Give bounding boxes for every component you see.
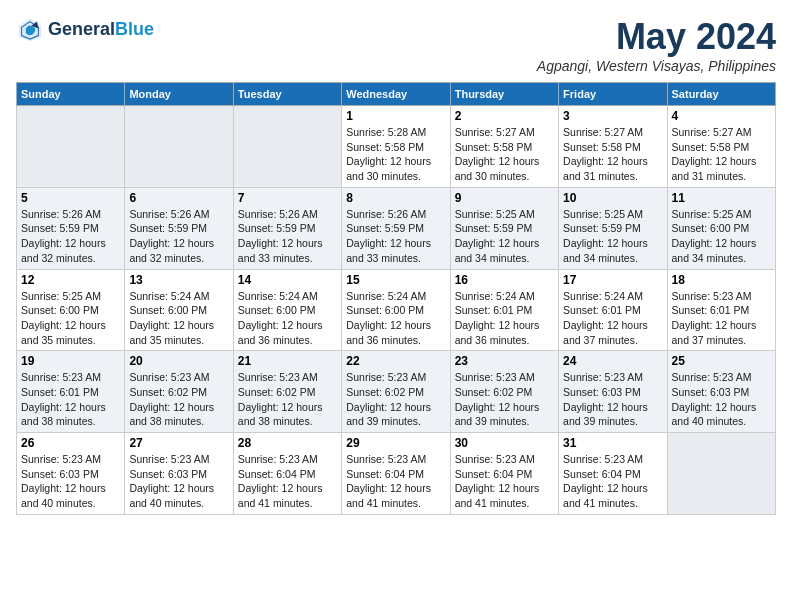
day-number: 3 [563, 109, 662, 123]
day-number: 25 [672, 354, 771, 368]
day-number: 16 [455, 273, 554, 287]
day-info: Sunrise: 5:23 AMSunset: 6:04 PMDaylight:… [346, 452, 445, 511]
calendar-cell: 19Sunrise: 5:23 AMSunset: 6:01 PMDayligh… [17, 351, 125, 433]
day-number: 9 [455, 191, 554, 205]
day-info: Sunrise: 5:24 AMSunset: 6:01 PMDaylight:… [563, 289, 662, 348]
day-number: 4 [672, 109, 771, 123]
day-number: 1 [346, 109, 445, 123]
calendar-cell: 26Sunrise: 5:23 AMSunset: 6:03 PMDayligh… [17, 433, 125, 515]
col-header-sunday: Sunday [17, 83, 125, 106]
day-info: Sunrise: 5:26 AMSunset: 5:59 PMDaylight:… [238, 207, 337, 266]
day-number: 19 [21, 354, 120, 368]
month-title: May 2024 [537, 16, 776, 58]
day-info: Sunrise: 5:23 AMSunset: 6:03 PMDaylight:… [129, 452, 228, 511]
day-number: 14 [238, 273, 337, 287]
day-info: Sunrise: 5:25 AMSunset: 5:59 PMDaylight:… [455, 207, 554, 266]
day-info: Sunrise: 5:23 AMSunset: 6:04 PMDaylight:… [238, 452, 337, 511]
calendar-cell: 17Sunrise: 5:24 AMSunset: 6:01 PMDayligh… [559, 269, 667, 351]
col-header-monday: Monday [125, 83, 233, 106]
day-number: 27 [129, 436, 228, 450]
day-number: 10 [563, 191, 662, 205]
logo: GeneralBlue [16, 16, 154, 44]
day-info: Sunrise: 5:26 AMSunset: 5:59 PMDaylight:… [21, 207, 120, 266]
day-info: Sunrise: 5:27 AMSunset: 5:58 PMDaylight:… [563, 125, 662, 184]
col-header-friday: Friday [559, 83, 667, 106]
calendar-cell [233, 106, 341, 188]
col-header-wednesday: Wednesday [342, 83, 450, 106]
calendar-cell [17, 106, 125, 188]
day-number: 5 [21, 191, 120, 205]
day-info: Sunrise: 5:26 AMSunset: 5:59 PMDaylight:… [346, 207, 445, 266]
calendar-row-2: 12Sunrise: 5:25 AMSunset: 6:00 PMDayligh… [17, 269, 776, 351]
day-info: Sunrise: 5:28 AMSunset: 5:58 PMDaylight:… [346, 125, 445, 184]
calendar-cell: 25Sunrise: 5:23 AMSunset: 6:03 PMDayligh… [667, 351, 775, 433]
day-number: 18 [672, 273, 771, 287]
day-info: Sunrise: 5:23 AMSunset: 6:02 PMDaylight:… [455, 370, 554, 429]
day-number: 11 [672, 191, 771, 205]
calendar-cell: 15Sunrise: 5:24 AMSunset: 6:00 PMDayligh… [342, 269, 450, 351]
calendar-cell: 24Sunrise: 5:23 AMSunset: 6:03 PMDayligh… [559, 351, 667, 433]
day-number: 28 [238, 436, 337, 450]
calendar-cell: 1Sunrise: 5:28 AMSunset: 5:58 PMDaylight… [342, 106, 450, 188]
day-info: Sunrise: 5:27 AMSunset: 5:58 PMDaylight:… [672, 125, 771, 184]
day-info: Sunrise: 5:23 AMSunset: 6:02 PMDaylight:… [346, 370, 445, 429]
logo-text: GeneralBlue [48, 20, 154, 40]
day-number: 13 [129, 273, 228, 287]
day-info: Sunrise: 5:25 AMSunset: 6:00 PMDaylight:… [21, 289, 120, 348]
day-number: 31 [563, 436, 662, 450]
day-info: Sunrise: 5:23 AMSunset: 6:01 PMDaylight:… [21, 370, 120, 429]
day-info: Sunrise: 5:26 AMSunset: 5:59 PMDaylight:… [129, 207, 228, 266]
day-info: Sunrise: 5:25 AMSunset: 6:00 PMDaylight:… [672, 207, 771, 266]
calendar-cell: 12Sunrise: 5:25 AMSunset: 6:00 PMDayligh… [17, 269, 125, 351]
calendar-cell: 9Sunrise: 5:25 AMSunset: 5:59 PMDaylight… [450, 187, 558, 269]
col-header-thursday: Thursday [450, 83, 558, 106]
day-number: 26 [21, 436, 120, 450]
calendar-row-1: 5Sunrise: 5:26 AMSunset: 5:59 PMDaylight… [17, 187, 776, 269]
calendar-cell: 30Sunrise: 5:23 AMSunset: 6:04 PMDayligh… [450, 433, 558, 515]
calendar-cell: 4Sunrise: 5:27 AMSunset: 5:58 PMDaylight… [667, 106, 775, 188]
day-info: Sunrise: 5:25 AMSunset: 5:59 PMDaylight:… [563, 207, 662, 266]
calendar-cell: 16Sunrise: 5:24 AMSunset: 6:01 PMDayligh… [450, 269, 558, 351]
day-number: 20 [129, 354, 228, 368]
logo-icon [16, 16, 44, 44]
calendar-cell: 28Sunrise: 5:23 AMSunset: 6:04 PMDayligh… [233, 433, 341, 515]
day-info: Sunrise: 5:23 AMSunset: 6:03 PMDaylight:… [672, 370, 771, 429]
calendar-cell: 14Sunrise: 5:24 AMSunset: 6:00 PMDayligh… [233, 269, 341, 351]
day-info: Sunrise: 5:27 AMSunset: 5:58 PMDaylight:… [455, 125, 554, 184]
day-info: Sunrise: 5:23 AMSunset: 6:04 PMDaylight:… [563, 452, 662, 511]
calendar-cell: 20Sunrise: 5:23 AMSunset: 6:02 PMDayligh… [125, 351, 233, 433]
day-info: Sunrise: 5:23 AMSunset: 6:01 PMDaylight:… [672, 289, 771, 348]
day-info: Sunrise: 5:23 AMSunset: 6:04 PMDaylight:… [455, 452, 554, 511]
day-info: Sunrise: 5:23 AMSunset: 6:03 PMDaylight:… [21, 452, 120, 511]
location: Agpangi, Western Visayas, Philippines [537, 58, 776, 74]
day-number: 15 [346, 273, 445, 287]
calendar-cell: 11Sunrise: 5:25 AMSunset: 6:00 PMDayligh… [667, 187, 775, 269]
day-info: Sunrise: 5:23 AMSunset: 6:02 PMDaylight:… [129, 370, 228, 429]
calendar-cell: 29Sunrise: 5:23 AMSunset: 6:04 PMDayligh… [342, 433, 450, 515]
col-header-saturday: Saturday [667, 83, 775, 106]
calendar-cell: 22Sunrise: 5:23 AMSunset: 6:02 PMDayligh… [342, 351, 450, 433]
calendar-cell [667, 433, 775, 515]
day-number: 29 [346, 436, 445, 450]
calendar-cell: 31Sunrise: 5:23 AMSunset: 6:04 PMDayligh… [559, 433, 667, 515]
calendar-cell: 10Sunrise: 5:25 AMSunset: 5:59 PMDayligh… [559, 187, 667, 269]
day-number: 21 [238, 354, 337, 368]
calendar-cell: 6Sunrise: 5:26 AMSunset: 5:59 PMDaylight… [125, 187, 233, 269]
day-number: 6 [129, 191, 228, 205]
calendar-cell: 18Sunrise: 5:23 AMSunset: 6:01 PMDayligh… [667, 269, 775, 351]
calendar-cell: 27Sunrise: 5:23 AMSunset: 6:03 PMDayligh… [125, 433, 233, 515]
calendar-table: SundayMondayTuesdayWednesdayThursdayFrid… [16, 82, 776, 515]
day-info: Sunrise: 5:24 AMSunset: 6:01 PMDaylight:… [455, 289, 554, 348]
calendar-cell [125, 106, 233, 188]
day-info: Sunrise: 5:24 AMSunset: 6:00 PMDaylight:… [238, 289, 337, 348]
day-number: 12 [21, 273, 120, 287]
calendar-cell: 3Sunrise: 5:27 AMSunset: 5:58 PMDaylight… [559, 106, 667, 188]
day-info: Sunrise: 5:24 AMSunset: 6:00 PMDaylight:… [129, 289, 228, 348]
col-header-tuesday: Tuesday [233, 83, 341, 106]
day-number: 24 [563, 354, 662, 368]
day-info: Sunrise: 5:24 AMSunset: 6:00 PMDaylight:… [346, 289, 445, 348]
day-number: 17 [563, 273, 662, 287]
calendar-cell: 5Sunrise: 5:26 AMSunset: 5:59 PMDaylight… [17, 187, 125, 269]
day-number: 2 [455, 109, 554, 123]
day-info: Sunrise: 5:23 AMSunset: 6:03 PMDaylight:… [563, 370, 662, 429]
